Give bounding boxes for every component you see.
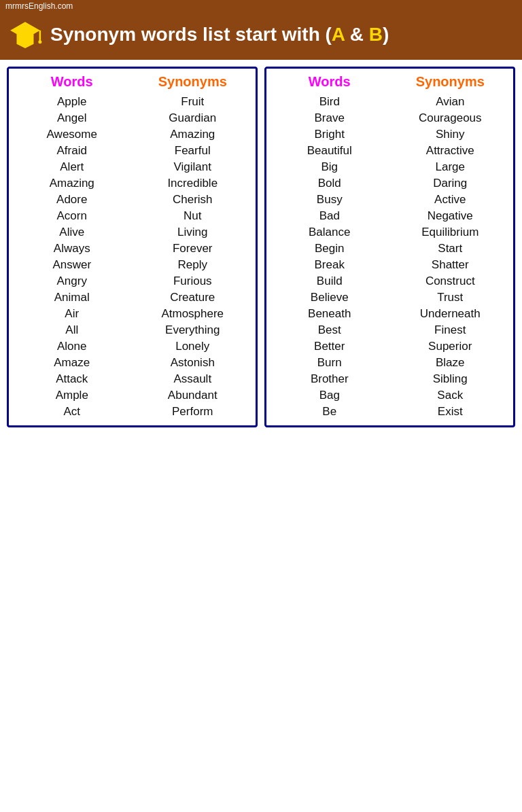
synonym-cell: Sibling: [390, 372, 511, 386]
synonym-cell: Attractive: [390, 144, 511, 158]
svg-point-3: [38, 40, 41, 43]
word-cell: Act: [12, 405, 133, 419]
table-row: Bad Negative: [269, 208, 510, 224]
table-row: Break Shatter: [269, 257, 510, 273]
synonym-cell: Finest: [390, 323, 511, 337]
header-title: Synonym words list start with (A & B): [50, 24, 389, 46]
right-col-synonyms-header: Synonyms: [390, 74, 511, 90]
word-cell: Alive: [12, 226, 133, 239]
site-url: mrmrsEnglish.com: [5, 1, 73, 11]
table-row: Best Finest: [269, 322, 510, 338]
table-row: All Everything: [12, 322, 253, 338]
table-row: Busy Active: [269, 192, 510, 208]
synonym-cell: Living: [133, 226, 254, 239]
synonym-cell: Underneath: [390, 307, 511, 321]
table-row: Bag Sack: [269, 387, 510, 404]
table-row: Be Exist: [269, 404, 510, 420]
word-cell: Bag: [269, 389, 390, 402]
synonym-cell: Sack: [390, 389, 511, 402]
left-table-body: Apple Fruit Angel Guardian Awesome Amazi…: [12, 94, 253, 420]
word-cell: Alert: [12, 160, 133, 174]
table-row: Brave Courageous: [269, 110, 510, 126]
word-cell: Better: [269, 340, 390, 353]
synonym-cell: Astonish: [133, 356, 254, 370]
word-cell: Apple: [12, 95, 133, 109]
header: Synonym words list start with (A & B): [0, 12, 522, 60]
table-row: Alert Vigilant: [12, 159, 253, 175]
synonym-cell: Cherish: [133, 193, 254, 207]
word-cell: Balance: [269, 226, 390, 239]
table-row: Beautiful Attractive: [269, 143, 510, 159]
table-row: Brother Sibling: [269, 371, 510, 387]
word-cell: All: [12, 323, 133, 337]
table-row: Afraid Fearful: [12, 143, 253, 159]
synonym-cell: Forever: [133, 242, 254, 255]
word-cell: Answer: [12, 258, 133, 272]
word-cell: Build: [269, 275, 390, 288]
synonym-cell: Fearful: [133, 144, 254, 158]
table-row: Always Forever: [12, 241, 253, 257]
word-cell: Break: [269, 258, 390, 272]
synonym-cell: Daring: [390, 177, 511, 190]
word-cell: Be: [269, 405, 390, 419]
word-cell: Bright: [269, 128, 390, 141]
word-cell: Bold: [269, 177, 390, 190]
synonym-cell: Large: [390, 160, 511, 174]
word-cell: Alone: [12, 340, 133, 353]
word-cell: Bad: [269, 209, 390, 223]
synonym-cell: Exist: [390, 405, 511, 419]
table-row: Answer Reply: [12, 257, 253, 273]
table-row: Begin Start: [269, 241, 510, 257]
graduation-cap-icon: [8, 18, 42, 52]
left-col-synonyms-header: Synonyms: [133, 74, 254, 90]
synonym-cell: Reply: [133, 258, 254, 272]
word-cell: Acorn: [12, 209, 133, 223]
table-row: Apple Fruit: [12, 94, 253, 110]
table-row: Angel Guardian: [12, 110, 253, 126]
table-row: Air Atmosphere: [12, 306, 253, 322]
synonym-cell: Perform: [133, 405, 254, 419]
synonym-cell: Fruit: [133, 95, 254, 109]
table-row: Build Construct: [269, 273, 510, 289]
synonym-cell: Assault: [133, 372, 254, 386]
top-bar: mrmrsEnglish.com: [0, 0, 522, 12]
synonym-cell: Active: [390, 193, 511, 207]
word-cell: Angry: [12, 275, 133, 288]
synonym-cell: Trust: [390, 291, 511, 304]
synonym-cell: Courageous: [390, 111, 511, 125]
word-cell: Awesome: [12, 128, 133, 141]
word-cell: Brother: [269, 372, 390, 386]
table-row: Beneath Underneath: [269, 306, 510, 322]
table-row: Adore Cherish: [12, 192, 253, 208]
synonym-cell: Lonely: [133, 340, 254, 353]
table-row: Animal Creature: [12, 289, 253, 306]
svg-marker-0: [10, 22, 40, 39]
table-row: Acorn Nut: [12, 208, 253, 224]
word-cell: Bird: [269, 95, 390, 109]
left-col-words-header: Words: [12, 74, 133, 90]
table-row: Bird Avian: [269, 94, 510, 110]
word-cell: Amazing: [12, 177, 133, 190]
synonym-cell: Blaze: [390, 356, 511, 370]
word-cell: Animal: [12, 291, 133, 304]
table-row: Believe Trust: [269, 289, 510, 306]
synonym-cell: Start: [390, 242, 511, 255]
word-cell: Best: [269, 323, 390, 337]
synonym-cell: Everything: [133, 323, 254, 337]
word-cell: Believe: [269, 291, 390, 304]
synonym-cell: Abundant: [133, 389, 254, 402]
synonym-cell: Amazing: [133, 128, 254, 141]
synonym-cell: Negative: [390, 209, 511, 223]
right-panel: Words Synonyms Bird Avian Brave Courageo…: [264, 67, 515, 427]
word-cell: Attack: [12, 372, 133, 386]
word-cell: Ample: [12, 389, 133, 402]
table-row: Big Large: [269, 159, 510, 175]
synonym-cell: Vigilant: [133, 160, 254, 174]
table-row: Amaze Astonish: [12, 355, 253, 371]
synonym-cell: Superior: [390, 340, 511, 353]
table-row: Better Superior: [269, 338, 510, 355]
table-row: Amazing Incredible: [12, 175, 253, 192]
word-cell: Burn: [269, 356, 390, 370]
synonym-cell: Creature: [133, 291, 254, 304]
word-cell: Beneath: [269, 307, 390, 321]
